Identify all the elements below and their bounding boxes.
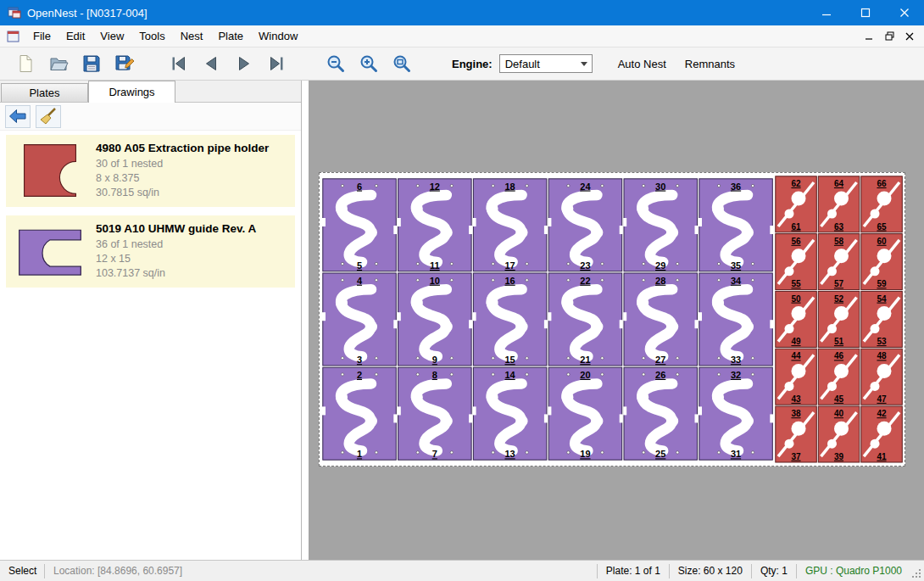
mdi-close-button[interactable] [900,29,919,44]
svg-text:33: 33 [731,355,741,365]
zoom-in-button[interactable] [355,50,382,77]
nav-first-button[interactable] [164,50,192,77]
nest-pair-purple[interactable]: 18 17 [473,179,548,271]
remnants-button[interactable]: Remnants [680,54,740,74]
nest-pair-purple[interactable]: 2 1 [322,367,397,460]
nest-pair-purple[interactable]: 28 27 [623,273,698,366]
svg-text:18: 18 [504,182,515,192]
nest-pair-red[interactable]: 66 65 [861,176,903,232]
window-minimize-button[interactable] [807,0,846,25]
drawing-area: 103.7137 sq/in [96,266,256,281]
status-mode: Select [0,565,44,577]
svg-text:4: 4 [357,276,363,286]
menu-tools[interactable]: Tools [131,25,172,47]
nest-pair-red[interactable]: 64 63 [818,176,860,232]
nest-pair-purple[interactable]: 32 31 [699,367,773,460]
zoom-fit-button[interactable] [388,50,415,77]
nav-prev-button[interactable] [198,50,225,77]
svg-text:45: 45 [834,394,844,404]
window-close-button[interactable] [885,0,924,25]
svg-text:58: 58 [834,237,844,246]
menu-view[interactable]: View [92,25,131,47]
menu-file[interactable]: File [25,25,58,47]
nest-pair-purple[interactable]: 36 35 [699,179,773,271]
nest-pair-purple[interactable]: 24 23 [548,179,622,271]
drawings-toolbar [0,103,301,131]
resize-grip-icon [911,568,922,579]
save-button[interactable] [78,50,105,77]
nest-pair-purple[interactable]: 12 11 [398,179,472,271]
nest-pair-red[interactable]: 58 57 [818,234,860,290]
nest-pair-purple[interactable]: 22 21 [548,273,622,366]
resize-grip[interactable] [910,561,924,581]
nav-next-button[interactable] [231,50,258,77]
nest-pair-red[interactable]: 46 45 [818,349,860,405]
restore-icon [885,31,894,41]
svg-text:61: 61 [791,222,801,232]
nest-pair-purple[interactable]: 10 9 [398,273,472,366]
open-folder-icon [48,53,69,74]
nest-pair-red[interactable]: 40 39 [818,406,860,462]
nest-pair-purple[interactable]: 34 33 [699,273,773,366]
svg-text:3: 3 [357,355,362,365]
menu-window[interactable]: Window [251,25,305,47]
broom-icon [38,106,58,126]
tab-drawings[interactable]: Drawings [88,81,175,103]
tab-plates[interactable]: Plates [1,83,88,102]
new-button[interactable] [12,50,39,77]
nest-pair-red[interactable]: 48 47 [861,349,903,405]
panel-splitter[interactable] [302,81,309,560]
document-icon[interactable] [7,30,20,43]
nest-pair-red[interactable]: 62 61 [776,176,817,232]
auto-nest-button[interactable]: Auto Nest [613,54,671,74]
drawing-list-item[interactable]: 4980 A05 Extraction pipe holder 30 of 1 … [6,135,295,207]
drawing-size: 12 x 15 [96,252,256,266]
nest-pair-purple[interactable]: 6 5 [322,179,397,271]
nest-pair-red[interactable]: 56 55 [776,234,817,290]
nest-pair-red[interactable]: 60 59 [861,234,903,290]
svg-text:19: 19 [580,449,590,459]
menu-nest[interactable]: Nest [173,25,211,47]
svg-text:15: 15 [504,355,515,365]
clean-button[interactable] [36,105,61,128]
save-as-button[interactable] [111,50,138,77]
zoom-in-icon [359,53,379,74]
title-bar: OpenNest - [N0317-004] [0,0,924,25]
drawing-list-item[interactable]: 5019 A10 UHMW guide Rev. A 36 of 1 neste… [6,215,295,288]
svg-text:30: 30 [655,182,665,192]
window-maximize-button[interactable] [846,0,885,25]
left-arrow-button[interactable] [5,105,31,128]
nest-pair-purple[interactable]: 26 25 [623,367,698,460]
svg-text:65: 65 [877,222,887,232]
engine-select[interactable]: Default [499,54,593,73]
menu-bar: FileEditViewToolsNestPlateWindow [0,25,924,47]
svg-text:26: 26 [655,370,665,380]
plate[interactable]: 6 5 12 11 18 17 24 23 [319,172,905,466]
nest-canvas[interactable]: 6 5 12 11 18 17 24 23 [309,81,924,560]
nav-last-button[interactable] [264,50,291,77]
nest-pair-purple[interactable]: 20 19 [548,367,622,460]
nest-pair-purple[interactable]: 4 3 [322,273,397,366]
mdi-restore-button[interactable] [880,29,899,44]
nest-pair-red[interactable]: 54 53 [861,291,903,347]
svg-text:14: 14 [504,370,515,380]
nest-pair-purple[interactable]: 16 15 [473,273,548,366]
zoom-out-button[interactable] [322,50,349,77]
drawing-area: 30.7815 sq/in [96,186,269,200]
nest-pair-red[interactable]: 42 41 [861,406,903,462]
menu-plate[interactable]: Plate [210,25,251,47]
nest-pair-red[interactable]: 44 43 [776,349,817,405]
engine-value: Default [505,58,540,70]
nest-pair-purple[interactable]: 30 29 [623,179,698,271]
nest-pair-purple[interactable]: 8 7 [398,367,472,460]
mdi-minimize-button[interactable] [860,29,878,44]
close-icon [899,8,910,18]
nest-pair-red[interactable]: 50 49 [776,291,817,347]
svg-text:38: 38 [791,409,801,418]
menu-edit[interactable]: Edit [58,25,92,47]
nest-pair-purple[interactable]: 14 13 [473,367,548,460]
open-button[interactable] [45,50,72,77]
nest-pair-red[interactable]: 38 37 [776,406,817,462]
nest-layout: 6 5 12 11 18 17 24 23 [320,173,905,466]
nest-pair-red[interactable]: 52 51 [818,291,860,347]
